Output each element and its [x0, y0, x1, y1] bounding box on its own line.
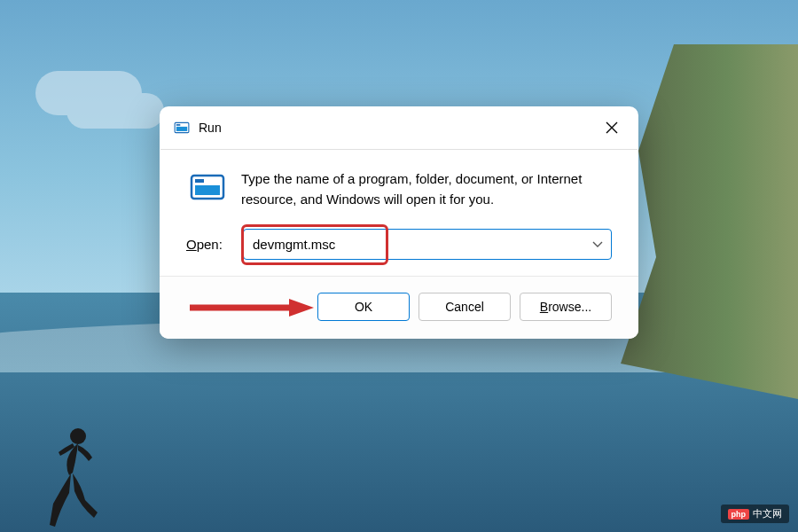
svg-rect-6	[195, 179, 204, 183]
run-icon	[174, 120, 190, 136]
open-input-row: Open:	[186, 229, 612, 260]
svg-point-0	[70, 428, 86, 444]
run-icon-large	[190, 169, 225, 205]
info-text: Type the name of a program, folder, docu…	[241, 169, 612, 209]
svg-rect-3	[176, 124, 181, 126]
close-button[interactable]	[599, 115, 624, 140]
annotation-arrow	[190, 299, 314, 317]
open-combobox[interactable]	[243, 229, 612, 260]
run-dialog: Run Type the name of a program, folder, …	[160, 106, 638, 339]
svg-rect-5	[195, 185, 220, 195]
info-row: Type the name of a program, folder, docu…	[186, 169, 612, 209]
svg-rect-2	[176, 127, 187, 131]
ok-button[interactable]: OK	[317, 293, 410, 321]
watermark-badge: php	[728, 509, 750, 520]
browse-button[interactable]: Browse...	[520, 293, 612, 321]
wallpaper-runner	[35, 424, 106, 530]
svg-marker-8	[289, 299, 314, 317]
watermark: php 中文网	[721, 505, 790, 523]
button-row: OK Cancel Browse...	[160, 276, 638, 339]
dialog-title: Run	[199, 121, 222, 135]
chevron-down-icon[interactable]	[584, 241, 611, 248]
titlebar: Run	[160, 106, 638, 149]
open-label: Open:	[186, 237, 231, 252]
titlebar-left: Run	[174, 120, 222, 136]
watermark-text: 中文网	[753, 507, 782, 520]
open-input[interactable]	[244, 230, 584, 259]
cancel-button[interactable]: Cancel	[419, 293, 511, 321]
dialog-content: Type the name of a program, folder, docu…	[160, 150, 638, 276]
wallpaper-cloud	[35, 71, 142, 115]
close-icon	[606, 121, 618, 134]
